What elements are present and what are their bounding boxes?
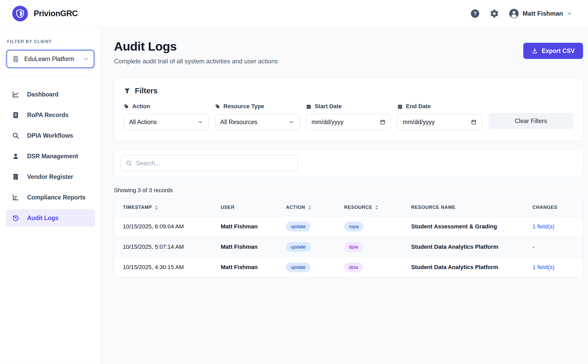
chevron-down-icon — [197, 119, 203, 125]
action-cell: update — [277, 242, 335, 252]
sidebar-item-label: Audit Logs — [27, 215, 58, 222]
settings-gear-icon[interactable] — [490, 9, 499, 18]
column-label: TIMESTAMP — [123, 205, 152, 210]
records-summary: Showing 3 of 3 records — [114, 187, 583, 194]
sidebar-item-audit-logs[interactable]: Audit Logs — [6, 209, 95, 227]
audit-logs-table: TIMESTAMPUSERACTIONRESOURCERESOURCE NAME… — [114, 198, 583, 278]
resource-name-cell: Student Data Analytics Platform — [403, 244, 524, 250]
resource-name-cell: Student Data Analytics Platform — [403, 264, 524, 271]
sidebar-item-dsr-management[interactable]: DSR Management — [6, 148, 95, 165]
user-menu[interactable]: Matt Fishman — [509, 9, 572, 19]
filters-panel: Filters Action All Actions — [114, 78, 583, 141]
timestamp-cell: 10/15/2025, 5:07:14 AM — [114, 244, 212, 250]
header-actions: ? Matt Fishman — [470, 9, 572, 19]
end-date-filter-label: End Date — [406, 103, 431, 110]
clear-filters-group: Clear Filters — [488, 103, 573, 130]
start-date-filter-label: Start Date — [315, 103, 342, 110]
changes-cell: 1 field(s) — [524, 223, 583, 230]
resource-name-cell: Student Assessment & Grading — [403, 223, 524, 230]
sidebar-item-label: Dashboard — [27, 91, 58, 98]
column-header-user: USER — [212, 205, 277, 210]
column-header-resource[interactable]: RESOURCE — [335, 205, 403, 210]
date-picker-icon — [380, 119, 386, 125]
column-header-action[interactable]: ACTION — [277, 205, 335, 210]
start-date-filter-group: Start Date mm/dd/yyyy — [306, 103, 391, 130]
resource-cell: dpia — [335, 242, 403, 252]
filter-by-client-label: FILTER BY CLIENT — [6, 39, 95, 44]
start-date-placeholder: mm/dd/yyyy — [311, 119, 380, 126]
search-box — [121, 155, 298, 171]
search-icon — [12, 132, 19, 139]
sidebar-item-compliance-reports[interactable]: Compliance Reports — [6, 189, 95, 206]
column-label: RESOURCE — [344, 205, 372, 210]
client-selector[interactable]: EduLearn Platform — [7, 50, 94, 68]
action-select-value: All Actions — [129, 119, 197, 126]
table-row: 10/15/2025, 5:07:14 AMMatt Fishmanupdate… — [114, 237, 583, 257]
resource-type-filter-label: Resource Type — [224, 103, 264, 110]
resource-cell: dpia — [335, 262, 403, 272]
help-icon[interactable]: ? — [470, 9, 480, 18]
column-label: CHANGES — [532, 205, 557, 210]
column-label: RESOURCE NAME — [411, 205, 455, 210]
sidebar-item-vendor-register[interactable]: Vendor Register — [6, 168, 95, 185]
column-header-resource-name: RESOURCE NAME — [403, 205, 524, 210]
app-header: PrivionGRC ? Matt Fishman — [0, 0, 588, 27]
changes-value: - — [532, 244, 534, 250]
calendar-icon — [306, 104, 311, 109]
client-selector-value: EduLearn Platform — [24, 56, 78, 63]
action-cell: update — [277, 222, 335, 232]
bar-chart-icon — [12, 194, 19, 201]
search-input[interactable] — [136, 160, 293, 167]
sort-icon — [155, 205, 158, 210]
sidebar-divider — [6, 76, 95, 76]
building-icon — [12, 173, 19, 180]
sidebar-item-label: DPIA Workflows — [27, 132, 73, 139]
calendar-icon — [397, 104, 403, 109]
sort-icon — [308, 205, 311, 210]
action-select[interactable]: All Actions — [124, 114, 209, 130]
sidebar-item-ropa-records[interactable]: RoPA Records — [6, 106, 95, 124]
table-body: 10/15/2025, 6:09:04 AMMatt Fishmanupdate… — [114, 216, 583, 277]
person-icon — [12, 153, 19, 160]
changes-link[interactable]: 1 field(s) — [532, 223, 554, 230]
resource-badge: dpia — [344, 242, 363, 252]
resource-cell: ropa — [335, 222, 403, 232]
end-date-input[interactable]: mm/dd/yyyy — [397, 114, 482, 130]
brand-shield-icon — [12, 6, 28, 21]
end-date-placeholder: mm/dd/yyyy — [403, 119, 471, 126]
column-label: ACTION — [286, 205, 305, 210]
action-badge: update — [286, 242, 310, 252]
sort-icon — [375, 205, 379, 210]
action-badge: update — [286, 262, 310, 272]
avatar — [509, 9, 519, 19]
app-title: PrivionGRC — [34, 9, 78, 18]
resource-type-select-value: All Resources — [220, 119, 289, 126]
column-header-timestamp[interactable]: TIMESTAMP — [114, 205, 212, 210]
clear-filters-button[interactable]: Clear Filters — [488, 113, 573, 129]
column-label: USER — [221, 205, 235, 210]
page-title: Audit Logs — [114, 39, 278, 53]
sidebar-item-dpia-workflows[interactable]: DPIA Workflows — [6, 127, 95, 144]
changes-cell: 1 field(s) — [524, 264, 583, 271]
clipboard-icon — [12, 111, 19, 119]
changes-link[interactable]: 1 field(s) — [532, 264, 554, 270]
filters-heading: Filters — [135, 87, 158, 95]
export-csv-button[interactable]: Export CSV — [523, 43, 583, 59]
column-header-changes: CHANGES — [524, 205, 583, 210]
user-cell: Matt Fishman — [212, 223, 277, 230]
table-header-row: TIMESTAMPUSERACTIONRESOURCERESOURCE NAME… — [114, 199, 583, 216]
chart-line-icon — [12, 91, 19, 98]
sidebar-item-label: Vendor Register — [27, 173, 73, 180]
building-icon — [12, 55, 20, 63]
date-picker-icon — [471, 119, 477, 125]
sidebar-item-label: DSR Management — [27, 153, 78, 160]
filter-funnel-icon — [124, 87, 131, 94]
action-badge: update — [286, 222, 310, 232]
resource-type-select[interactable]: All Resources — [215, 114, 300, 130]
sidebar-item-dashboard[interactable]: Dashboard — [6, 86, 95, 103]
search-panel — [114, 149, 583, 177]
export-csv-label: Export CSV — [542, 47, 575, 54]
sidebar-item-label: RoPA Records — [27, 112, 68, 119]
chevron-down-icon — [567, 11, 572, 16]
start-date-input[interactable]: mm/dd/yyyy — [306, 114, 391, 130]
